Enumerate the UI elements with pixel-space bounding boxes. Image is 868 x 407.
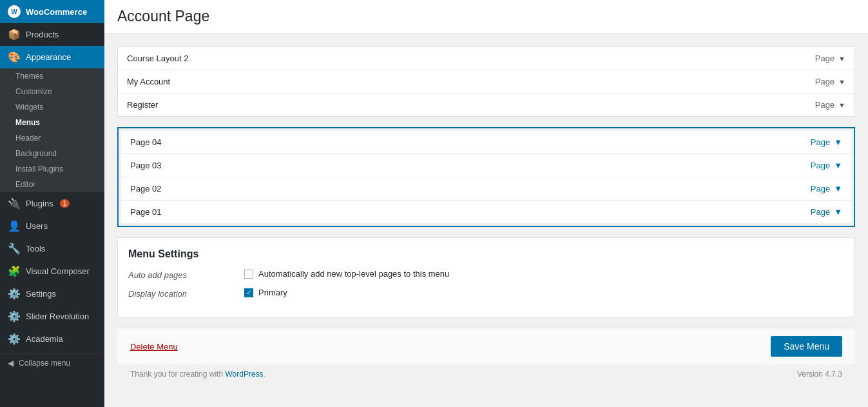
item-type-course-layout2: Page ▼ bbox=[815, 54, 845, 63]
sidebar-item-label-academia: Academia bbox=[26, 334, 63, 344]
sidebar-logo[interactable]: W WooCommerce bbox=[0, 0, 104, 23]
main-content: Account Page Course Layout 2 Page ▼ My A… bbox=[104, 0, 868, 407]
menus-label: Menus bbox=[15, 118, 40, 127]
sidebar-item-products[interactable]: 📦 Products bbox=[0, 23, 104, 46]
sidebar-item-themes[interactable]: Themes bbox=[0, 68, 104, 84]
sidebar: W WooCommerce 📦 Products 🎨 Appearance Th… bbox=[0, 0, 104, 407]
sidebar-item-header[interactable]: Header bbox=[0, 130, 104, 146]
item-type-my-account: Page ▼ bbox=[815, 77, 845, 86]
sidebar-item-install-plugins[interactable]: Install Plugins bbox=[0, 161, 104, 177]
item-name-page01: Page 01 bbox=[130, 207, 161, 217]
sidebar-item-slider-revolution[interactable]: ⚙️ Slider Revolution bbox=[0, 305, 104, 328]
menu-item-row[interactable]: My Account Page ▼ bbox=[118, 70, 854, 94]
customize-label: Customize bbox=[15, 87, 52, 96]
academia-icon: ⚙️ bbox=[8, 333, 21, 345]
display-location-label: Display location bbox=[128, 288, 231, 299]
products-icon: 📦 bbox=[8, 28, 21, 41]
sidebar-item-label-products: Products bbox=[26, 30, 59, 39]
sidebar-item-academia[interactable]: ⚙️ Academia bbox=[0, 328, 104, 350]
editor-label: Editor bbox=[15, 180, 35, 189]
sidebar-item-settings[interactable]: ⚙️ Settings bbox=[0, 283, 104, 305]
item-type-page02: Page ▼ bbox=[811, 184, 842, 194]
selected-item-row[interactable]: Page 04 Page ▼ bbox=[121, 131, 851, 154]
footer-thanks: Thank you for creating with WordPress. bbox=[130, 370, 265, 379]
dropdown-arrow-icon[interactable]: ▼ bbox=[834, 207, 842, 217]
sidebar-item-editor[interactable]: Editor bbox=[0, 177, 104, 192]
version-text: Version 4.7.3 bbox=[797, 370, 842, 379]
auto-add-label: Auto add pages bbox=[128, 269, 231, 280]
menu-settings: Menu Settings Auto add pages Automatical… bbox=[117, 237, 855, 317]
display-location-checkbox[interactable]: ✓ bbox=[244, 288, 253, 297]
item-name-page03: Page 03 bbox=[130, 161, 161, 170]
tools-icon: 🔧 bbox=[8, 243, 21, 255]
sidebar-item-label-vc: Visual Composer bbox=[26, 266, 90, 276]
menu-items-above: Course Layout 2 Page ▼ My Account Page ▼… bbox=[117, 46, 855, 117]
auto-add-pages-row: Auto add pages Automatically add new top… bbox=[128, 269, 844, 280]
menu-item-row[interactable]: Register Page ▼ bbox=[118, 94, 854, 116]
sidebar-item-users[interactable]: 👤 Users bbox=[0, 215, 104, 237]
display-location-value: ✓ Primary bbox=[244, 288, 287, 297]
display-location-row: Display location ✓ Primary bbox=[128, 288, 844, 299]
auto-add-description: Automatically add new top-level pages to… bbox=[258, 269, 449, 279]
slider-revolution-icon: ⚙️ bbox=[8, 310, 21, 323]
item-type-register: Page ▼ bbox=[815, 100, 845, 110]
menu-settings-title: Menu Settings bbox=[128, 248, 844, 260]
sidebar-item-tools[interactable]: 🔧 Tools bbox=[0, 237, 104, 260]
item-name-my-account: My Account bbox=[127, 77, 170, 86]
selected-item-row[interactable]: Page 03 Page ▼ bbox=[121, 154, 851, 177]
woo-logo-icon: W bbox=[8, 5, 21, 18]
install-plugins-label: Install Plugins bbox=[15, 164, 63, 174]
item-name-page04: Page 04 bbox=[130, 137, 161, 147]
page-footer: Thank you for creating with WordPress. V… bbox=[117, 364, 855, 384]
sidebar-item-background[interactable]: Background bbox=[0, 146, 104, 161]
background-label: Background bbox=[15, 149, 57, 158]
settings-icon: ⚙️ bbox=[8, 288, 21, 300]
sidebar-item-label-appearance: Appearance bbox=[26, 52, 71, 62]
auto-add-checkbox[interactable] bbox=[244, 270, 253, 279]
display-location-text: Primary bbox=[258, 288, 287, 297]
widgets-label: Widgets bbox=[15, 103, 43, 112]
sidebar-item-visual-composer[interactable]: 🧩 Visual Composer bbox=[0, 260, 104, 283]
dropdown-arrow-icon[interactable]: ▼ bbox=[838, 78, 845, 86]
item-name-course-layout2: Course Layout 2 bbox=[127, 54, 188, 63]
menu-item-row[interactable]: Course Layout 2 Page ▼ bbox=[118, 47, 854, 70]
sidebar-item-widgets[interactable]: Widgets bbox=[0, 99, 104, 115]
dropdown-arrow-icon[interactable]: ▼ bbox=[834, 161, 842, 170]
dropdown-arrow-icon[interactable]: ▼ bbox=[834, 137, 842, 147]
sidebar-logo-label: WooCommerce bbox=[26, 7, 87, 17]
dropdown-arrow-icon[interactable]: ▼ bbox=[838, 101, 845, 109]
appearance-submenu: Themes Customize Widgets Menus Header Ba… bbox=[0, 68, 104, 192]
appearance-icon: 🎨 bbox=[8, 51, 21, 63]
sidebar-item-label-sr: Slider Revolution bbox=[26, 312, 89, 321]
sidebar-item-customize[interactable]: Customize bbox=[0, 84, 104, 99]
footer-bar: Delete Menu Save Menu bbox=[117, 328, 855, 364]
header-label: Header bbox=[15, 134, 41, 143]
page-header: Account Page bbox=[104, 0, 868, 34]
dropdown-arrow-icon[interactable]: ▼ bbox=[834, 184, 842, 194]
content-area: Course Layout 2 Page ▼ My Account Page ▼… bbox=[104, 34, 868, 397]
sidebar-item-label-tools: Tools bbox=[26, 244, 45, 253]
sidebar-item-appearance[interactable]: 🎨 Appearance bbox=[0, 46, 104, 68]
dropdown-arrow-icon[interactable]: ▼ bbox=[838, 55, 845, 63]
wordpress-link[interactable]: WordPress bbox=[225, 370, 263, 379]
collapse-arrow-icon: ◀ bbox=[8, 359, 14, 368]
plugins-badge: 1 bbox=[60, 199, 70, 208]
plugins-icon: 🔌 bbox=[8, 197, 21, 210]
selected-item-row[interactable]: Page 01 Page ▼ bbox=[121, 201, 851, 223]
collapse-label: Collapse menu bbox=[19, 359, 70, 368]
page-title: Account Page bbox=[117, 8, 855, 25]
selected-item-row[interactable]: Page 02 Page ▼ bbox=[121, 177, 851, 201]
sidebar-item-menus[interactable]: Menus bbox=[0, 115, 104, 130]
item-name-register: Register bbox=[127, 100, 158, 110]
themes-label: Themes bbox=[15, 72, 43, 81]
collapse-menu[interactable]: ◀ Collapse menu bbox=[0, 353, 104, 373]
delete-menu-link[interactable]: Delete Menu bbox=[130, 342, 178, 352]
selected-items-section: Page 04 Page ▼ Page 03 Page ▼ Page 02 Pa… bbox=[117, 127, 855, 227]
save-menu-button[interactable]: Save Menu bbox=[771, 336, 842, 357]
sidebar-item-label-users: Users bbox=[26, 221, 48, 231]
auto-add-value: Automatically add new top-level pages to… bbox=[244, 269, 449, 279]
item-type-page01: Page ▼ bbox=[811, 207, 842, 217]
sidebar-item-plugins[interactable]: 🔌 Plugins 1 bbox=[0, 192, 104, 215]
item-type-page04: Page ▼ bbox=[811, 137, 842, 147]
users-icon: 👤 bbox=[8, 220, 21, 232]
